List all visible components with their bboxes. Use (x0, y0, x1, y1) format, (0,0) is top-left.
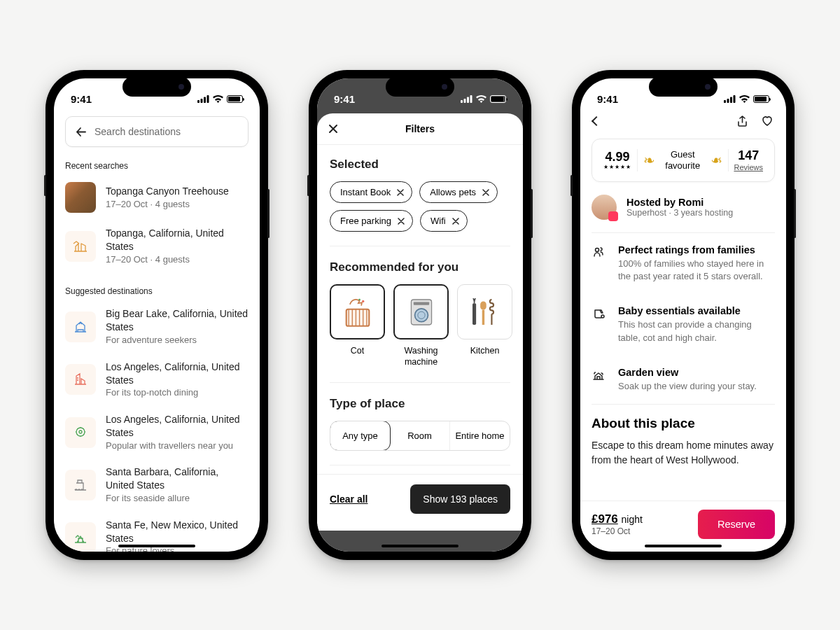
remove-chip-icon[interactable] (398, 218, 405, 225)
divider (330, 465, 510, 465)
svg-rect-1 (201, 99, 203, 103)
laurel-right-icon: ❧ (710, 152, 722, 169)
search-input-container[interactable] (65, 116, 248, 147)
feature-row: Perfect ratings from families100% of fam… (580, 233, 786, 294)
reviews-label[interactable]: Reviews (734, 163, 763, 172)
feature-row: Garden viewSoak up the view during your … (580, 356, 786, 404)
booking-footer: £976 night 17–20 Oct Reserve (580, 500, 786, 547)
status-time: 9:41 (71, 93, 92, 105)
recommendation-item[interactable]: Washing machine (393, 284, 449, 368)
location-icon (65, 231, 96, 262)
dynamic-island (649, 77, 718, 97)
signal-icon (197, 95, 209, 103)
type-option[interactable]: Room (390, 421, 450, 450)
suggested-item[interactable]: Los Angeles, California, United StatesPo… (54, 406, 260, 458)
price[interactable]: £976 night (592, 512, 643, 526)
svg-rect-16 (413, 302, 428, 304)
feature-title: Garden view (618, 367, 757, 378)
sheet-title: Filters (405, 123, 435, 134)
listing-thumbnail (65, 182, 96, 213)
destination-icon (65, 470, 96, 500)
remove-chip-icon[interactable] (397, 189, 404, 196)
svg-point-11 (362, 300, 364, 302)
remove-chip-icon[interactable] (482, 189, 489, 196)
feature-row: Baby essentials availableThis host can p… (580, 294, 786, 355)
recommended-header: Recommended for you (330, 260, 510, 274)
remove-chip-icon[interactable] (452, 218, 459, 225)
svg-rect-20 (724, 100, 726, 103)
signal-icon (724, 95, 736, 103)
type-option[interactable]: Any type (330, 421, 391, 451)
chip-label: Wifi (430, 216, 446, 226)
recommendation-label: Cot (330, 345, 385, 356)
suggested-subtitle: For adventure seekers (106, 334, 248, 346)
reserve-button[interactable]: Reserve (698, 510, 775, 539)
suggested-item[interactable]: Los Angeles, California, United StatesFo… (54, 354, 260, 406)
filter-chip[interactable]: Free parking (330, 210, 413, 232)
recommendation-item[interactable]: Cot (330, 284, 385, 368)
dynamic-island (122, 77, 191, 97)
laurel-left-icon: ❧ (643, 152, 655, 169)
type-segment: Any typeRoomEntire home (330, 421, 510, 451)
close-icon[interactable] (328, 124, 338, 134)
recommendation-tile (330, 284, 385, 340)
home-indicator[interactable] (645, 545, 722, 547)
filter-chip[interactable]: Instant Book (330, 181, 412, 203)
svg-rect-17 (472, 303, 476, 325)
svg-rect-23 (734, 95, 736, 103)
phone-search: 9:41 Recent searches Topanga Canyon Tree… (46, 70, 268, 560)
destination-icon (65, 364, 96, 395)
suggested-subtitle: For its top-notch dining (106, 386, 248, 399)
type-option[interactable]: Entire home (450, 421, 510, 450)
recent-item-title: Topanga Canyon Treehouse (106, 185, 229, 198)
rating-value: 4.99 (603, 150, 631, 164)
share-icon[interactable] (736, 115, 748, 127)
clear-all-button[interactable]: Clear all (330, 493, 368, 505)
about-body: Escape to this dream home minutes away f… (580, 438, 786, 468)
recent-item[interactable]: Topanga Canyon Treehouse 17–20 Oct · 4 g… (54, 175, 260, 220)
suggested-title: Los Angeles, California, United States (106, 360, 248, 387)
suggested-item[interactable]: Santa Barbara, California, United States… (54, 458, 260, 511)
rating-card[interactable]: 4.99 ★★★★★ ❧ Guest favourite ❧ 147 Revie… (592, 139, 775, 182)
superhost-badge-icon (608, 211, 618, 221)
selected-header: Selected (330, 158, 510, 172)
recent-item[interactable]: Topanga, California, United States 17–20… (54, 220, 260, 272)
heart-icon[interactable] (761, 115, 774, 127)
suggested-subtitle: For its seaside allure (106, 492, 248, 505)
back-arrow-icon[interactable] (76, 127, 86, 137)
chip-label: Instant Book (340, 187, 391, 197)
svg-rect-22 (730, 97, 732, 103)
type-header: Type of place (330, 397, 510, 411)
divider (330, 382, 510, 383)
host-row[interactable]: Hosted by Romi Superhost · 3 years hosti… (580, 195, 786, 232)
svg-rect-0 (197, 100, 200, 103)
back-chevron-icon[interactable] (592, 116, 601, 126)
about-header: About this place (580, 405, 786, 438)
feature-title: Perfect ratings from families (618, 244, 775, 255)
wifi-icon (739, 95, 750, 103)
home-indicator[interactable] (382, 545, 458, 547)
recommendation-item[interactable]: Kitchen (457, 284, 512, 368)
feature-icon (592, 244, 607, 283)
home-indicator[interactable] (118, 545, 195, 547)
svg-rect-21 (727, 99, 729, 103)
show-results-button[interactable]: Show 193 places (410, 484, 510, 514)
svg-rect-7 (464, 99, 466, 103)
host-avatar (592, 195, 617, 220)
svg-rect-19 (482, 309, 484, 324)
svg-rect-10 (346, 309, 369, 326)
guest-favourite-label: Guest favourite (659, 149, 707, 171)
suggested-item[interactable]: Big Bear Lake, California, United States… (54, 300, 260, 353)
signal-icon (461, 95, 472, 103)
reviews-count: 147 (734, 149, 763, 163)
suggested-header: Suggested destinations (54, 272, 260, 300)
filter-chip[interactable]: Wifi (420, 210, 468, 232)
filter-chip[interactable]: Allows pets (419, 181, 498, 203)
feature-title: Baby essentials available (618, 305, 775, 316)
host-subtitle: Superhost · 3 years hosting (626, 208, 733, 218)
search-input[interactable] (94, 126, 238, 137)
feature-icon (592, 305, 607, 344)
suggested-subtitle: Popular with travellers near you (106, 440, 248, 452)
dynamic-island (386, 77, 454, 97)
recent-item-subtitle: 17–20 Oct · 4 guests (106, 198, 229, 211)
